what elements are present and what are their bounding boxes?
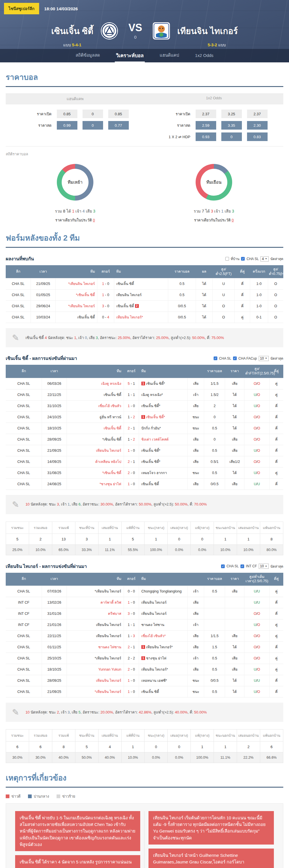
team-name-link[interactable]: ปักกิ่ง กั่วอัน* (141, 426, 161, 430)
team-name-link[interactable]: คาร์พาตี้ ลวิฟ (101, 600, 121, 604)
team1-stats-grid: รวมชนะรวมเสมอรวมแพ้ชนะที่บ้านเสมอที่บ้าน… (6, 522, 283, 555)
team-name-link[interactable]: เซินเจิ้น ซิตี้ (116, 282, 134, 286)
filter-checkbox[interactable]: ✓ (233, 356, 237, 360)
team-name-link[interactable]: Yunnan Yukun (98, 668, 121, 672)
team-name-link[interactable]: ซานตง ไท่ซาน (141, 623, 164, 627)
column-header: สกอร์ (97, 265, 114, 278)
cell-league: CHA SL (6, 586, 42, 597)
team-name-link[interactable]: *เทียนจิน ไทเกอร์ (95, 690, 121, 694)
cell-odd-even: คี่ (269, 411, 283, 423)
team-name-link[interactable]: เทียนจิน ไทเกอร์* (116, 315, 143, 319)
team-name-link[interactable]: เซินเจิ้น ซิตี้* (141, 448, 160, 453)
team-name-link[interactable]: *เซินเจิ้น ซิตี้ (76, 293, 95, 297)
team-name-link[interactable]: เทียนจิน ไทเกอร์ (96, 679, 121, 683)
cell-result: เสีย (188, 378, 204, 389)
cell-odds: 0.5 (204, 664, 225, 675)
tab-1x2-odds[interactable]: 1x2 Odds (194, 49, 214, 62)
team-name-link[interactable]: เหอหนาน เอฟซี* (141, 679, 167, 683)
cell-price-result: ได้ (225, 467, 245, 478)
team-name-link[interactable]: เทียนจิน ไทเกอร์* (141, 668, 168, 672)
cell-result: เสีย (188, 434, 204, 445)
cell-over-under: O/O (245, 456, 269, 467)
oxo-open-1: 2.37 (195, 110, 216, 118)
team-name-link[interactable]: เหมยโจว ฮากกา (141, 471, 167, 475)
cell-odds: 0/0.5 (168, 312, 196, 323)
filter-checkbox[interactable]: ✓ (241, 257, 245, 260)
cell-score: 1 - 0 (124, 675, 139, 686)
team-name-link[interactable]: เทียนจิน ไทเกอร์ (96, 448, 121, 453)
team-name-link[interactable]: *เทียนจิน ไทเกอร์ (68, 282, 95, 286)
filter-checkbox[interactable]: ✓ (241, 564, 244, 568)
team-name-link[interactable]: *ชางชุน ย่าไท่ (100, 482, 121, 486)
team-name-link[interactable]: ชิงเต่า เวสต์โคสต์ (141, 437, 169, 441)
team-name-link[interactable]: *เซินเจิ้น ซิตี้ (102, 437, 121, 441)
1x2-hdp-label: 1 X 2 ⇌ HDP (160, 135, 190, 139)
team-name-link[interactable]: เซินเจิ้น ซิตี้ (104, 393, 121, 397)
cell-odds: 0.5 (204, 653, 225, 664)
team-name-link[interactable]: ต้าเหลียน หยิงโป (96, 460, 121, 464)
team-name-link[interactable]: เฉิงตู หรงเฉิง (101, 382, 121, 386)
tab-analysis[interactable]: วิเคราะห์บอล (115, 49, 145, 62)
team-name-link[interactable]: เทียนจิน ไทเกอร์ (141, 612, 167, 616)
match-count-select[interactable]: 10▼ (259, 356, 269, 361)
filter-checkbox[interactable] (225, 257, 229, 260)
filter-checkbox[interactable]: ✓ (214, 356, 217, 360)
team-name-link[interactable]: ครีฟบาส (108, 612, 121, 616)
team-name-link[interactable]: เซินเจิ้น ซิตี้* (146, 382, 165, 386)
tab-handicap[interactable]: แฮนดิแคป (158, 49, 180, 62)
match-count-select[interactable]: 4▼ (260, 256, 269, 261)
team-name-link[interactable]: ชางชุน ย่าไท่ (146, 656, 167, 660)
team-name-link[interactable]: เซินเจิ้น ซิตี้ (116, 304, 134, 308)
team-name-link[interactable]: เซินเจิ้น ซิตี้ (104, 426, 121, 430)
team-name-link[interactable]: เทียนจิน ไทเกอร์* (146, 645, 173, 649)
table-row: CHA SL14/09/25ต้าเหลียน หยิงโป2 - 1เซินเ… (6, 456, 283, 467)
team-name-link[interactable]: เซินเจิ้น ซิตี้* (141, 404, 160, 408)
chevron-down-icon: ▼ (265, 357, 267, 360)
filter-checkbox[interactable]: ✓ (221, 564, 225, 568)
stats-value-cell: 5 (6, 533, 29, 545)
cell-over-under: U/O (245, 400, 269, 411)
team-name-link[interactable]: *เซินเจิ้น ซิตี้ (102, 471, 121, 475)
table-row: CHA SL22/11/25เซินเจิ้น ซิตี้1 - 1เฉิงตู… (6, 389, 283, 400)
match-count-select[interactable]: 10▼ (259, 564, 269, 569)
team-name-link[interactable]: เทียนจิน ไทเกอร์ (141, 600, 167, 604)
team-name-link[interactable]: เฉิงตู หรงเฉิง* (141, 393, 163, 397)
history-count-link[interactable]: 0 (93, 218, 95, 222)
cell-score: 0 - 4 (97, 312, 114, 323)
team-name-link[interactable]: เซินเจิ้น ซิตี้ (141, 690, 159, 694)
history-count-link[interactable]: 0 (231, 218, 233, 222)
column-header: ทีม (114, 265, 168, 278)
stats-percent-cell: 10.0% (29, 545, 52, 555)
stats-value-cell: 6 (6, 741, 29, 752)
team-name-link[interactable]: ซานตง ไท่ซาน (98, 645, 121, 649)
cell-odd-even: คู่ (269, 389, 283, 400)
filter-checkbox-label: INT CF (246, 564, 257, 568)
team-name-link[interactable]: เทียนจิน ไทเกอร์ (116, 293, 142, 297)
team-name-link[interactable]: *เทียนจิน ไทเกอร์ (95, 589, 121, 593)
hdp-open-home: 0.85 (57, 110, 77, 118)
team-name-link[interactable]: อู่ฮั่น ทรี ทาวน์ (99, 415, 121, 419)
team-name-link[interactable]: เซินเจิ้น ซิตี้* (141, 460, 160, 464)
table-row: CHA SL01/11/25ซานตง ไท่ซาน2 - 11 เทียนจิ… (6, 642, 283, 653)
team-name-link[interactable]: เซินเจิ้น ซิตี้ (77, 315, 95, 319)
cell-ht-over-under: O (268, 289, 283, 301)
news-legend: ข่าวดีปานกลางข่าวร้าย (6, 793, 283, 799)
price-stats-donuts: ทีมเหย้ารวม 8 ได้ 1 เจ้า 4 เสีย 3 ราคาเด… (6, 164, 283, 223)
cell-away-team: 1 เซินเจิ้น ซิตี้* (139, 411, 188, 423)
cell-odds: 1/1.5 (204, 630, 225, 642)
cell-date: 01/05/25 (31, 289, 56, 301)
team-name-link[interactable]: เทียนจิน ไทเกอร์ (96, 634, 121, 638)
team-name-link[interactable]: *เทียนจิน ไทเกอร์ (68, 304, 95, 308)
team-name-link[interactable]: *เทียนจิน ไทเกอร์ (95, 656, 121, 660)
team-name-link[interactable]: เทียนจิน ไทเกอร์ (96, 623, 121, 627)
team-name-link[interactable]: เซินเจิ้น ซิตี้* (146, 415, 165, 419)
team-name-link[interactable]: เซินเจิ้น ซิตี้ (141, 482, 159, 486)
column-header: เวลา (42, 365, 67, 378)
tab-live-stats[interactable]: สถิติข้อมูลสด (75, 49, 101, 62)
stats-value-cell: 0 (168, 741, 191, 752)
team-name-link[interactable]: เซี่ยงไฮ้ เซินหัว (98, 404, 121, 408)
team-name-link[interactable]: เซี่ยงไฮ้ เซินหัว* (141, 634, 166, 638)
team-name-link[interactable]: Chongqing Tonglianglong (141, 589, 182, 593)
league-badge[interactable]: ไชนีสซูเปอร์ลีก (4, 3, 39, 14)
cell-over-under: O/O (245, 642, 269, 653)
